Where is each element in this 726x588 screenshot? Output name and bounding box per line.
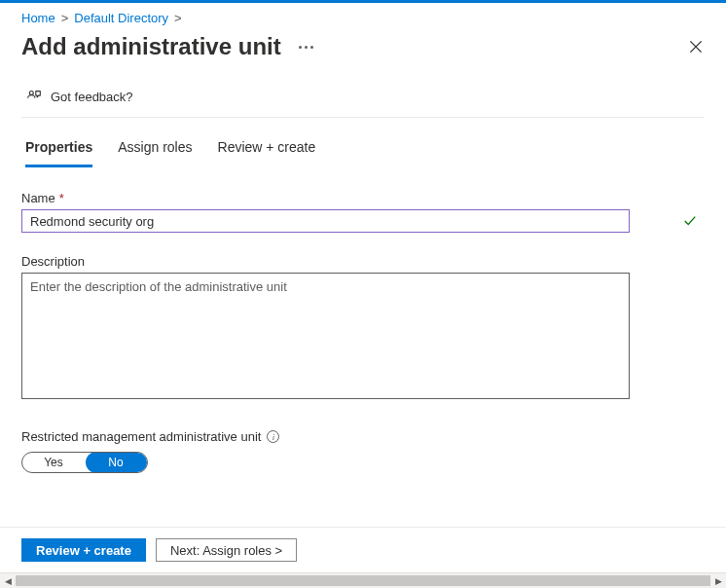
toggle-option-no[interactable]: No [85, 453, 147, 472]
more-actions-button[interactable] [299, 46, 313, 49]
scroll-thumb[interactable] [16, 575, 710, 586]
feedback-icon [25, 88, 43, 105]
tab-bar: Properties Assign roles Review + create [21, 118, 705, 167]
restricted-label: Restricted management administrative uni… [21, 429, 705, 444]
next-assign-roles-button[interactable]: Next: Assign roles > [156, 538, 297, 562]
close-icon [687, 38, 705, 55]
page-header: Add administrative unit [0, 27, 726, 74]
tab-properties[interactable]: Properties [25, 139, 92, 167]
toggle-option-yes[interactable]: Yes [22, 453, 85, 472]
review-create-button[interactable]: Review + create [21, 538, 146, 562]
tab-review-create[interactable]: Review + create [218, 139, 316, 167]
description-input[interactable] [21, 273, 630, 399]
breadcrumb-link-directory[interactable]: Default Directory [74, 11, 168, 25]
svg-point-0 [29, 91, 33, 94]
footer: Review + create Next: Assign roles > [0, 527, 726, 572]
horizontal-scrollbar[interactable]: ◀ ▶ [0, 572, 726, 588]
description-label: Description [21, 254, 705, 269]
scroll-left-arrow[interactable]: ◀ [0, 573, 16, 588]
restricted-toggle[interactable]: Yes No [21, 452, 148, 473]
feedback-link[interactable]: Got feedback? [21, 74, 705, 118]
breadcrumb-sep: > [174, 11, 182, 25]
close-button[interactable] [687, 38, 705, 55]
scroll-right-arrow[interactable]: ▶ [710, 573, 726, 588]
checkmark-icon [683, 214, 697, 228]
name-label: Name * [21, 191, 705, 205]
feedback-label: Got feedback? [51, 90, 133, 104]
page-title: Add administrative unit [21, 33, 281, 60]
breadcrumb: Home > Default Directory > [0, 3, 726, 27]
required-indicator: * [59, 191, 64, 205]
name-input[interactable] [21, 209, 630, 233]
breadcrumb-sep: > [61, 11, 69, 25]
breadcrumb-link-home[interactable]: Home [21, 11, 55, 25]
info-icon[interactable]: i [267, 430, 279, 443]
form: Name * Description Restricted management… [21, 167, 705, 473]
tab-assign-roles[interactable]: Assign roles [118, 139, 192, 167]
